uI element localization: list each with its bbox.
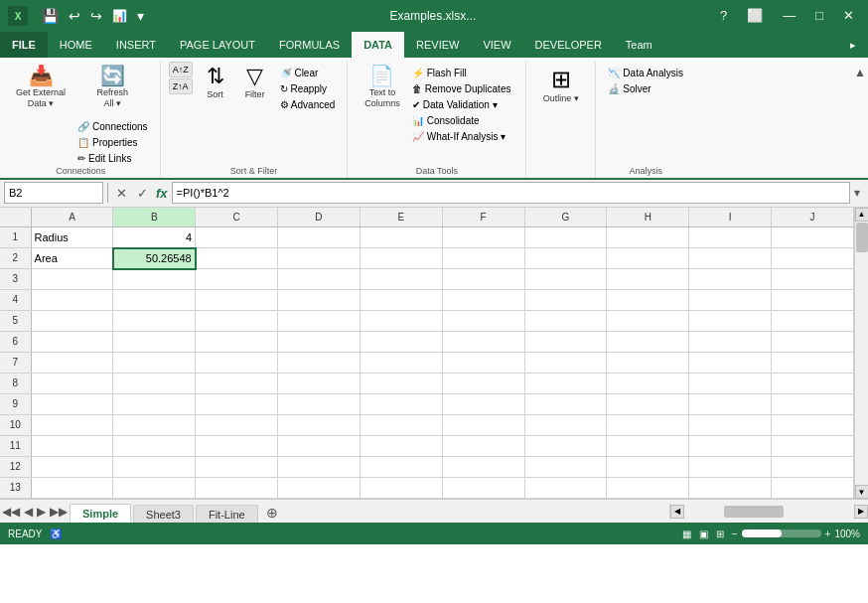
- formula-input[interactable]: [172, 182, 850, 204]
- solver-btn[interactable]: 🔬 Solver: [604, 81, 687, 96]
- col-header-a[interactable]: A: [31, 208, 113, 227]
- filter-btn[interactable]: ▽ Filter: [236, 62, 274, 104]
- tab-view[interactable]: VIEW: [471, 32, 522, 58]
- what-if-btn[interactable]: 📈 What-If Analysis ▾: [408, 129, 515, 144]
- cell-b1[interactable]: 4: [113, 227, 196, 248]
- consolidate-btn[interactable]: 📊 Consolidate: [408, 113, 515, 128]
- tab-insert[interactable]: INSERT: [104, 32, 168, 58]
- sort-za-btn[interactable]: Z↑A: [169, 78, 193, 94]
- save-qat-btn[interactable]: 💾: [38, 6, 63, 26]
- col-header-d[interactable]: D: [278, 208, 361, 227]
- row-header-12[interactable]: 12: [0, 457, 31, 478]
- cell-d1[interactable]: [278, 227, 361, 248]
- refresh-all-btn[interactable]: 🔄 RefreshAll ▾: [73, 62, 152, 113]
- scroll-right-btn[interactable]: ▶: [854, 505, 868, 519]
- properties-btn[interactable]: 📋 Properties: [73, 135, 152, 150]
- advanced-btn[interactable]: ⚙ Advanced: [276, 97, 340, 112]
- cell-a1[interactable]: Radius: [31, 227, 113, 248]
- view-normal-btn[interactable]: ▦: [682, 528, 691, 539]
- h-scroll-thumb[interactable]: [724, 506, 784, 518]
- minimize-btn[interactable]: —: [777, 4, 801, 28]
- col-header-e[interactable]: E: [360, 208, 442, 227]
- cell-h1[interactable]: [607, 227, 689, 248]
- text-to-columns-btn[interactable]: 📄 Text toColumns: [359, 62, 406, 113]
- col-header-b[interactable]: B: [113, 208, 196, 227]
- cell-g1[interactable]: [524, 227, 607, 248]
- cell-e2[interactable]: [360, 248, 442, 269]
- view-layout-btn[interactable]: ▣: [699, 528, 708, 539]
- zoom-out-btn[interactable]: −: [732, 528, 738, 539]
- cell-i1[interactable]: [689, 227, 772, 248]
- remove-duplicates-btn[interactable]: 🗑 Remove Duplicates: [408, 81, 515, 96]
- col-header-f[interactable]: F: [442, 208, 524, 227]
- redo-qat-btn[interactable]: ↪: [86, 6, 106, 26]
- formula-expand-btn[interactable]: ▾: [850, 186, 864, 200]
- reapply-btn[interactable]: ↻ Reapply: [276, 81, 340, 96]
- sort-az-btn[interactable]: A↑Z: [169, 62, 193, 77]
- tab-scroll-prev[interactable]: ◀: [22, 503, 35, 521]
- tab-scroll-first[interactable]: ◀◀: [0, 503, 22, 521]
- cell-f2[interactable]: [442, 248, 524, 269]
- clear-btn[interactable]: 🚿 Clear: [276, 66, 340, 80]
- horizontal-scrollbar[interactable]: ◀ ▶: [669, 505, 868, 519]
- maximize-btn[interactable]: □: [809, 4, 829, 28]
- sheet-tab-simple[interactable]: Simple: [70, 504, 131, 524]
- outline-btn[interactable]: ⊞ Outline ▾: [537, 62, 585, 107]
- tab-scroll-last[interactable]: ▶▶: [48, 503, 70, 521]
- cell-b2[interactable]: 50.26548: [113, 248, 196, 269]
- data-analysis-btn[interactable]: 📉 Data Analysis: [604, 66, 687, 80]
- row-header-11[interactable]: 11: [0, 436, 31, 457]
- zoom-slider-track[interactable]: [742, 529, 821, 537]
- add-sheet-btn[interactable]: ⊕: [260, 502, 284, 524]
- connections-btn[interactable]: 🔗 Connections: [73, 119, 152, 134]
- cell-h2[interactable]: [607, 248, 689, 269]
- cell-d2[interactable]: [278, 248, 361, 269]
- row-header-5[interactable]: 5: [0, 311, 31, 332]
- row-header-7[interactable]: 7: [0, 353, 31, 374]
- close-btn[interactable]: ✕: [837, 4, 860, 28]
- row-header-2[interactable]: 2: [0, 248, 31, 269]
- collapse-ribbon-btn[interactable]: ▲: [854, 62, 866, 178]
- data-validation-btn[interactable]: ✔ Data Validation ▾: [408, 97, 515, 112]
- sheet-tab-fitline[interactable]: Fit-Line: [196, 505, 258, 524]
- tab-more[interactable]: ▸: [838, 32, 868, 58]
- tab-file[interactable]: FILE: [0, 32, 48, 58]
- cell-e1[interactable]: [360, 227, 442, 248]
- row-header-10[interactable]: 10: [0, 415, 31, 436]
- name-box[interactable]: B2: [4, 182, 103, 204]
- sort-btn[interactable]: ⇅ Sort: [197, 62, 234, 104]
- tab-developer[interactable]: DEVELOPER: [523, 32, 614, 58]
- scroll-thumb[interactable]: [856, 223, 868, 252]
- tab-team[interactable]: Team: [614, 32, 664, 58]
- tab-data[interactable]: DATA: [352, 32, 404, 58]
- tab-review[interactable]: REVIEW: [404, 32, 471, 58]
- tab-home[interactable]: HOME: [48, 32, 104, 58]
- col-header-i[interactable]: I: [689, 208, 772, 227]
- cell-j2[interactable]: [772, 248, 854, 269]
- col-header-c[interactable]: C: [196, 208, 278, 227]
- formula-confirm-btn[interactable]: ✓: [133, 186, 152, 201]
- tab-scroll-next[interactable]: ▶: [35, 503, 48, 521]
- zoom-in-btn[interactable]: +: [825, 528, 831, 539]
- cell-a2[interactable]: Area: [31, 248, 113, 269]
- cell-g2[interactable]: [524, 248, 607, 269]
- get-external-data-btn[interactable]: 📥 Get ExternalData ▾: [10, 62, 72, 113]
- cell-i2[interactable]: [689, 248, 772, 269]
- chart-qat-btn[interactable]: 📊: [108, 7, 131, 25]
- col-header-j[interactable]: J: [772, 208, 854, 227]
- row-header-4[interactable]: 4: [0, 290, 31, 311]
- scroll-left-btn[interactable]: ◀: [670, 505, 684, 519]
- tab-page-layout[interactable]: PAGE LAYOUT: [168, 32, 267, 58]
- undo-qat-btn[interactable]: ↩: [65, 6, 84, 26]
- customize-qat-btn[interactable]: ▾: [133, 6, 148, 26]
- view-page-break-btn[interactable]: ⊞: [716, 528, 724, 539]
- edit-links-btn[interactable]: ✏ Edit Links: [73, 151, 152, 166]
- row-header-1[interactable]: 1: [0, 227, 31, 248]
- row-header-3[interactable]: 3: [0, 269, 31, 290]
- ribbon-display-btn[interactable]: ⬜: [741, 4, 769, 28]
- row-header-6[interactable]: 6: [0, 332, 31, 353]
- scroll-down-btn[interactable]: ▼: [855, 485, 869, 499]
- cell-c1[interactable]: [196, 227, 278, 248]
- row-header-9[interactable]: 9: [0, 394, 31, 415]
- col-header-g[interactable]: G: [524, 208, 607, 227]
